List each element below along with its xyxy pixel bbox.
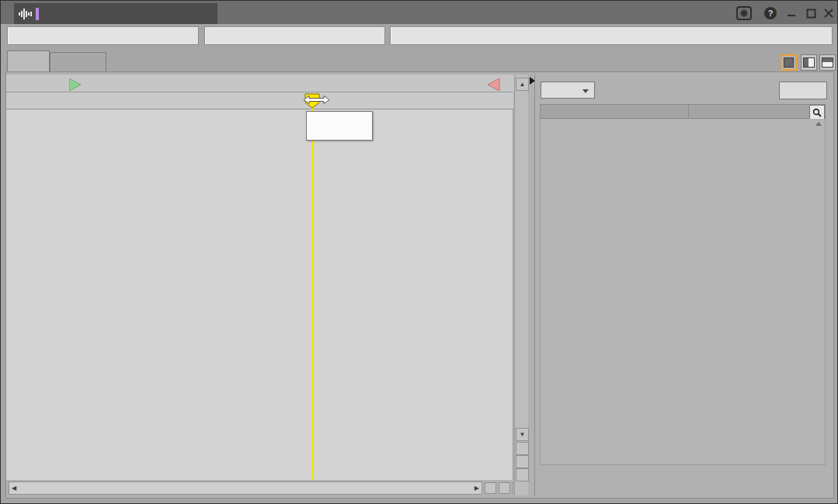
- tab-source[interactable]: [7, 50, 50, 71]
- search-button[interactable]: [809, 105, 825, 120]
- play-cursor-line[interactable]: [311, 93, 313, 480]
- panel-splitter[interactable]: [534, 75, 535, 496]
- copyright-field[interactable]: [390, 26, 833, 45]
- maximize-icon[interactable]: [803, 6, 819, 20]
- property-table: [540, 119, 826, 465]
- search-icon: [812, 108, 822, 117]
- marker-bar[interactable]: [6, 75, 514, 92]
- help-icon[interactable]: ?: [763, 6, 778, 20]
- source-editor-window: ?: [0, 0, 838, 504]
- play-cursor-tooltip: [306, 111, 373, 141]
- h-zoom-fit-button[interactable]: [499, 482, 510, 494]
- waveform-graphics: [6, 109, 513, 480]
- waveform-icon: [19, 8, 32, 20]
- ruler-ticks: [6, 92, 513, 100]
- close-icon[interactable]: [821, 6, 836, 20]
- vertical-scrollbar[interactable]: ▲ ▼: [514, 75, 528, 495]
- tab-conversion[interactable]: [50, 52, 106, 71]
- split-horizontal-icon: [822, 57, 833, 68]
- table-scroll-up-icon[interactable]: [815, 122, 822, 126]
- layout-split-vertical-button[interactable]: [801, 54, 817, 71]
- play-start-marker-icon[interactable]: [69, 78, 82, 92]
- layout-single-button[interactable]: [781, 54, 797, 71]
- scroll-up-icon[interactable]: ▲: [516, 78, 529, 91]
- title-tab: [14, 3, 217, 24]
- play-end-marker-icon[interactable]: [488, 78, 500, 92]
- layout-split-horizontal-button[interactable]: [819, 54, 836, 71]
- split-vertical-icon: [803, 57, 815, 68]
- resize-horizontal-cursor-icon: [303, 95, 330, 105]
- scroll-down-icon[interactable]: ▼: [516, 428, 529, 441]
- time-ruler[interactable]: [6, 92, 513, 109]
- object-name-field[interactable]: [7, 26, 199, 45]
- property-table-header: [540, 104, 826, 119]
- scroll-left-icon[interactable]: ◀: [12, 485, 16, 492]
- v-zoom-fit-button[interactable]: [516, 455, 529, 468]
- title-bar[interactable]: ?: [1, 1, 837, 24]
- file-name-field[interactable]: [204, 26, 385, 45]
- reset-button[interactable]: [779, 82, 827, 99]
- waveform-view[interactable]: [6, 109, 513, 480]
- horizontal-scrollbar[interactable]: ◀ ▶: [9, 481, 482, 495]
- v-zoom-out-button[interactable]: [516, 468, 529, 481]
- v-zoom-in-button[interactable]: [516, 442, 529, 455]
- object-color-accent: [36, 8, 39, 20]
- minimize-icon[interactable]: [784, 6, 799, 20]
- single-pane-icon: [784, 57, 794, 68]
- h-zoom-in-button[interactable]: [485, 482, 496, 494]
- favorite-icon[interactable]: [736, 6, 752, 20]
- collapse-panel-icon[interactable]: [530, 77, 535, 85]
- view-mode-dropdown[interactable]: [541, 82, 595, 99]
- scroll-right-icon[interactable]: ▶: [475, 485, 479, 492]
- chevron-down-icon: [582, 89, 589, 93]
